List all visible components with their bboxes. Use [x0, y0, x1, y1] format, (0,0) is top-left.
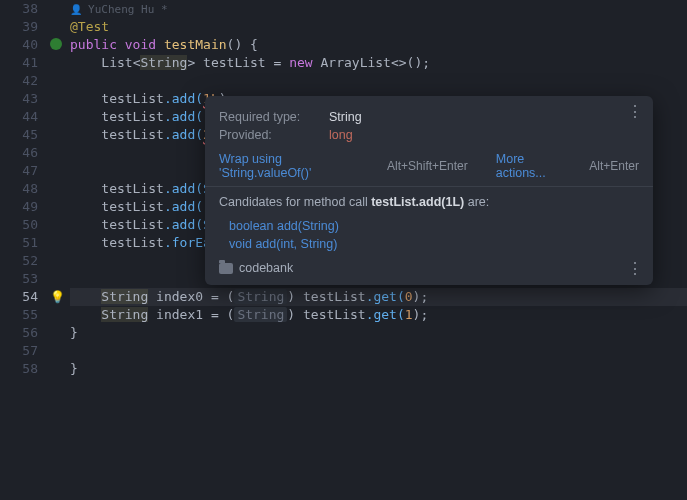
provided-type-label: Provided: — [219, 128, 329, 142]
candidate-method[interactable]: void add(int, String) — [229, 235, 639, 253]
provided-type-value: long — [329, 128, 353, 142]
line-gutter: 💡 38 39 40 41 42 43 44 45 46 47 48 49 50… — [0, 0, 48, 500]
line-number: 58 — [0, 360, 38, 378]
line-number: 47 — [0, 162, 38, 180]
module-name: codebank — [239, 261, 293, 275]
separator — [205, 186, 653, 187]
line-number: 39 — [0, 18, 38, 36]
line-number: 46 — [0, 144, 38, 162]
line-number: 54 — [0, 288, 38, 306]
line-number: 42 — [0, 72, 38, 90]
current-line: String index0 = (String) testList.get(0)… — [70, 288, 687, 306]
line-number: 43 — [0, 90, 38, 108]
line-number: 40 — [0, 36, 38, 54]
error-tooltip[interactable]: ⋮ Required type: String Provided: long W… — [205, 96, 653, 285]
module-icon — [219, 263, 233, 274]
line-number: 44 — [0, 108, 38, 126]
line-number: 45 — [0, 126, 38, 144]
line-number: 56 — [0, 324, 38, 342]
more-actions-shortcut: Alt+Enter — [589, 159, 639, 173]
annotation: @Test — [70, 19, 109, 34]
required-type-label: Required type: — [219, 110, 329, 124]
line-number: 49 — [0, 198, 38, 216]
required-type-value: String — [329, 110, 362, 124]
popup-menu-icon[interactable]: ⋮ — [627, 261, 643, 277]
candidates-text: Candidates for method call testList.add(… — [219, 195, 639, 209]
author-annotation: YuCheng Hu * — [70, 3, 168, 16]
quickfix-wrap-link[interactable]: Wrap using 'String.valueOf()' — [219, 152, 373, 180]
line-number: 55 — [0, 306, 38, 324]
line-number: 48 — [0, 180, 38, 198]
candidate-method[interactable]: boolean add(String) — [229, 217, 639, 235]
line-number: 38 — [0, 0, 38, 18]
line-number: 51 — [0, 234, 38, 252]
intention-bulb-icon[interactable]: 💡 — [50, 290, 65, 304]
run-test-icon[interactable] — [50, 38, 62, 50]
quickfix-shortcut: Alt+Shift+Enter — [387, 159, 468, 173]
line-number: 41 — [0, 54, 38, 72]
line-number: 57 — [0, 342, 38, 360]
popup-menu-icon[interactable]: ⋮ — [627, 104, 643, 120]
line-number: 52 — [0, 252, 38, 270]
line-number: 50 — [0, 216, 38, 234]
method-name: testMain — [164, 37, 227, 52]
line-number: 53 — [0, 270, 38, 288]
more-actions-link[interactable]: More actions... — [496, 152, 576, 180]
